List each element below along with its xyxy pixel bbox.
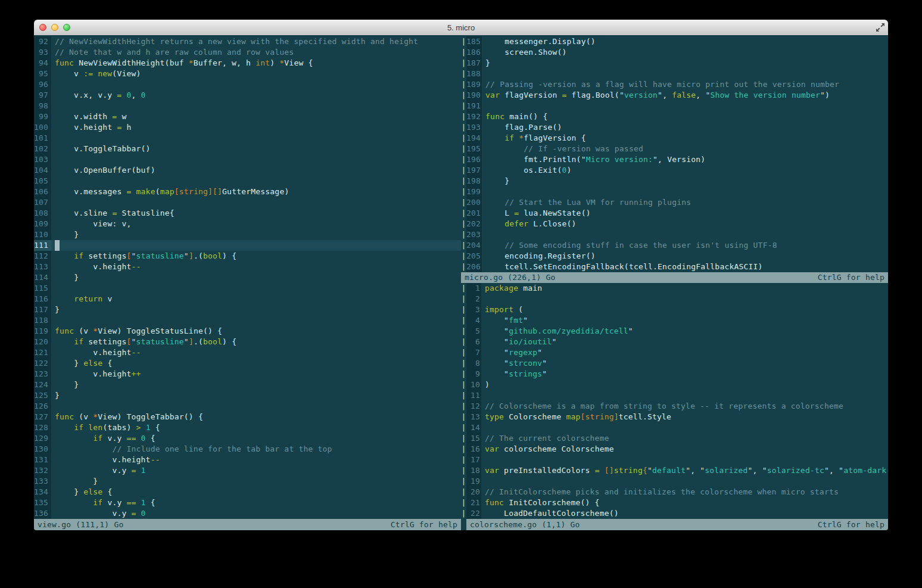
- code-line[interactable]: 116 return v: [34, 294, 461, 304]
- code-line[interactable]: 109 view: v,: [34, 219, 461, 229]
- editor-pane-micro-go[interactable]: 185 messenger.Display()186 screen.Show()…: [466, 36, 888, 272]
- code-line[interactable]: 11: [466, 390, 888, 401]
- statusbar-help-hint: CtrlG for help: [391, 519, 457, 530]
- code-line[interactable]: 125}: [34, 390, 461, 401]
- code-line[interactable]: 108 v.sline = Statusline{: [34, 208, 461, 219]
- code-line[interactable]: 203: [466, 229, 888, 240]
- code-line[interactable]: 126: [34, 401, 461, 412]
- code-line[interactable]: 121 v.height--: [34, 347, 461, 358]
- code-line[interactable]: 129 if v.y == 0 {: [34, 433, 461, 444]
- code-line[interactable]: 8 "strconv": [466, 358, 888, 369]
- code-line[interactable]: 205 encoding.Register(): [466, 251, 888, 262]
- code-line[interactable]: 127func (v *View) ToggleTabbar() {: [34, 412, 461, 422]
- code-line[interactable]: 101: [34, 133, 461, 144]
- code-line[interactable]: 188: [466, 69, 888, 79]
- code-line[interactable]: 132 v.y = 1: [34, 465, 461, 476]
- code-line[interactable]: 185 messenger.Display(): [466, 36, 888, 47]
- code-line[interactable]: 115: [34, 283, 461, 294]
- code-line[interactable]: 133 }: [34, 476, 461, 487]
- code-line[interactable]: 195 // If -version was passed: [466, 144, 888, 154]
- code-line[interactable]: 131 v.height--: [34, 455, 461, 465]
- editor-pane-colorscheme-go[interactable]: 1package main23import (4 "fmt"5 "github.…: [466, 283, 888, 519]
- code-line[interactable]: 2: [466, 294, 888, 304]
- code-line[interactable]: 136 v.y = 0: [34, 508, 461, 519]
- code-line[interactable]: 107: [34, 197, 461, 208]
- code-line[interactable]: 92// NewViewWidthHeight returns a new vi…: [34, 36, 461, 47]
- code-line[interactable]: 196 fmt.Println("Micro version:", Versio…: [466, 154, 888, 165]
- code-line[interactable]: 14: [466, 422, 888, 433]
- code-line[interactable]: 128 if len(tabs) > 1 {: [34, 422, 461, 433]
- code-line[interactable]: 12// Colorscheme is a map from string to…: [466, 401, 888, 412]
- minimize-button[interactable]: [51, 24, 58, 31]
- code-line[interactable]: 187}: [466, 58, 888, 69]
- code-line[interactable]: 118: [34, 315, 461, 326]
- line-number: 15: [466, 433, 481, 444]
- code-line[interactable]: 198 }: [466, 176, 888, 186]
- window-titlebar[interactable]: 5. micro: [34, 20, 888, 36]
- code-line[interactable]: 94func NewViewWidthHeight(buf *Buffer, w…: [34, 58, 461, 69]
- code-line[interactable]: 103: [34, 154, 461, 165]
- code-line[interactable]: 18var preInstalledColors = []string{"def…: [466, 465, 888, 476]
- code-line[interactable]: 15// The current colorscheme: [466, 433, 888, 444]
- code-line[interactable]: 186 screen.Show(): [466, 47, 888, 58]
- code-line[interactable]: 3import (: [466, 304, 888, 315]
- code-text: v.height = h: [51, 122, 461, 133]
- code-line[interactable]: 113 v.height--: [34, 262, 461, 272]
- code-line[interactable]: 19: [466, 476, 888, 487]
- code-line[interactable]: 99 v.width = w: [34, 111, 461, 122]
- code-line[interactable]: 202 defer L.Close(): [466, 219, 888, 229]
- close-button[interactable]: [39, 24, 46, 31]
- code-line[interactable]: 93// Note that w and h are raw column an…: [34, 47, 461, 58]
- code-line[interactable]: 120 if settings["statusline"].(bool) {: [34, 337, 461, 347]
- code-line[interactable]: 97 v.x, v.y = 0, 0: [34, 90, 461, 101]
- code-line[interactable]: 106 v.messages = make(map[string][]Gutte…: [34, 186, 461, 197]
- code-line[interactable]: 189// Passing -version as a flag will ha…: [466, 79, 888, 90]
- code-line[interactable]: 204 // Some encoding stuff in case the u…: [466, 240, 888, 251]
- code-line[interactable]: 112 if settings["statusline"].(bool) {: [34, 251, 461, 262]
- code-line[interactable]: 5 "github.com/zyedidia/tcell": [466, 326, 888, 337]
- code-line[interactable]: 21func InitColorscheme() {: [466, 497, 888, 508]
- code-line[interactable]: 206 tcell.SetEncodingFallback(tcell.Enco…: [466, 262, 888, 272]
- code-line[interactable]: 104 v.OpenBuffer(buf): [34, 165, 461, 176]
- code-line[interactable]: 193 flag.Parse(): [466, 122, 888, 133]
- code-line[interactable]: 17: [466, 455, 888, 465]
- code-line[interactable]: 201 L = lua.NewState(): [466, 208, 888, 219]
- code-line[interactable]: 130 // Include one line for the tab bar …: [34, 444, 461, 455]
- code-line[interactable]: 98: [34, 101, 461, 111]
- code-line[interactable]: 16var colorscheme Colorscheme: [466, 444, 888, 455]
- code-line[interactable]: 105: [34, 176, 461, 186]
- code-line[interactable]: 1package main: [466, 283, 888, 294]
- code-line[interactable]: 119func (v *View) ToggleStatusLine() {: [34, 326, 461, 337]
- code-line[interactable]: 100 v.height = h: [34, 122, 461, 133]
- code-line[interactable]: 22 LoadDefaultColorscheme(): [466, 508, 888, 519]
- code-line[interactable]: 124 }: [34, 379, 461, 390]
- code-line[interactable]: 95 v := new(View): [34, 69, 461, 79]
- fullscreen-icon[interactable]: [876, 23, 885, 32]
- code-line[interactable]: 197 os.Exit(0): [466, 165, 888, 176]
- code-line[interactable]: 20// InitColorscheme picks and initializ…: [466, 487, 888, 497]
- code-line[interactable]: 114 }: [34, 272, 461, 283]
- code-line[interactable]: 4 "fmt": [466, 315, 888, 326]
- code-line[interactable]: 190var flagVersion = flag.Bool("version"…: [466, 90, 888, 101]
- code-line[interactable]: 96: [34, 79, 461, 90]
- code-line[interactable]: 9 "strings": [466, 369, 888, 379]
- code-line[interactable]: 135 if v.y == 1 {: [34, 497, 461, 508]
- code-line[interactable]: 7 "regexp": [466, 347, 888, 358]
- code-line[interactable]: 102 v.ToggleTabbar(): [34, 144, 461, 154]
- code-line[interactable]: 110 }: [34, 229, 461, 240]
- code-line[interactable]: 134 } else {: [34, 487, 461, 497]
- code-line[interactable]: 123 v.height++: [34, 369, 461, 379]
- code-line[interactable]: 191: [466, 101, 888, 111]
- code-line[interactable]: 111: [34, 240, 461, 251]
- code-line[interactable]: 122 } else {: [34, 358, 461, 369]
- code-line[interactable]: 10): [466, 379, 888, 390]
- code-line[interactable]: 117}: [34, 304, 461, 315]
- code-line[interactable]: 200 // Start the Lua VM for running plug…: [466, 197, 888, 208]
- code-line[interactable]: 192func main() {: [466, 111, 888, 122]
- code-line[interactable]: 199: [466, 186, 888, 197]
- zoom-button[interactable]: [63, 24, 70, 31]
- editor-pane-view-go[interactable]: 92// NewViewWidthHeight returns a new vi…: [34, 36, 461, 519]
- code-line[interactable]: 194 if *flagVersion {: [466, 133, 888, 144]
- code-line[interactable]: 6 "io/ioutil": [466, 337, 888, 347]
- code-line[interactable]: 13type Colorscheme map[string]tcell.Styl…: [466, 412, 888, 422]
